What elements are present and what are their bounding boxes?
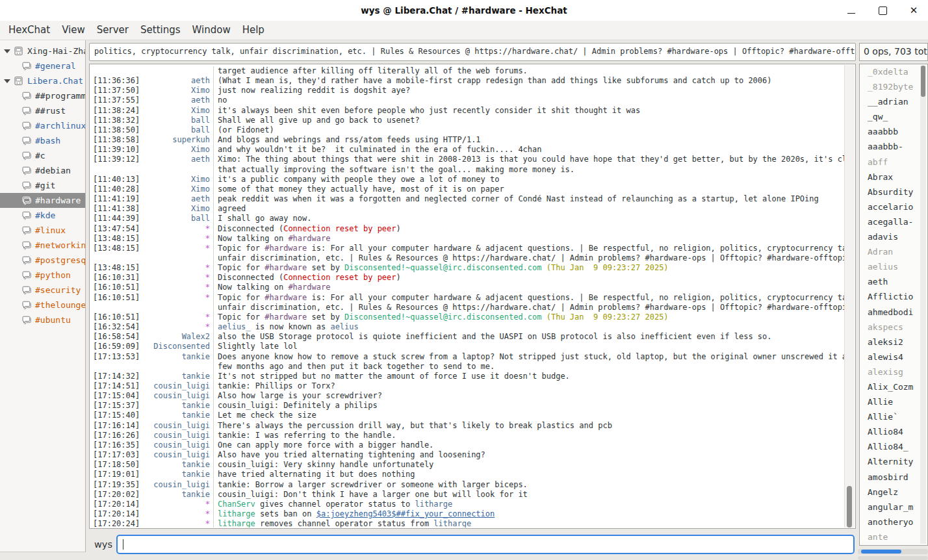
userlist-item-adran[interactable]: Adran bbox=[860, 244, 927, 259]
chat-row: [17:16:14]cousin_luigiThere's always the… bbox=[90, 421, 845, 431]
sidebar-item-libera-chat[interactable]: Libera.Chat bbox=[0, 73, 85, 88]
ban-mask-link[interactable]: $a:joeyzheng5403$##fix_your_connection bbox=[316, 509, 495, 518]
message-segment: it's always been shit even before people… bbox=[218, 106, 640, 115]
userlist-item-abrax[interactable]: Abrax bbox=[860, 170, 927, 185]
userlist-item-aaabbb[interactable]: aaabbb bbox=[860, 124, 927, 139]
menu-view[interactable]: View bbox=[56, 21, 91, 40]
sidebar-item-c[interactable]: #c bbox=[0, 148, 85, 163]
sidebar-item-rust[interactable]: ##rust bbox=[0, 103, 85, 118]
chat-scrollbar-thumb[interactable] bbox=[847, 486, 852, 528]
sidebar-item-ubuntu[interactable]: #ubuntu bbox=[0, 312, 85, 327]
timestamp: [13:48:15] bbox=[90, 244, 142, 253]
sidebar-item-general[interactable]: #general bbox=[0, 58, 85, 73]
sidebar-item-python[interactable]: #python bbox=[0, 268, 85, 283]
userlist-item-8192byte[interactable]: _8192byte bbox=[860, 79, 927, 94]
bottom-scrollbar-track[interactable] bbox=[858, 556, 928, 560]
sidebar-item-linux[interactable]: #linux bbox=[0, 223, 85, 238]
sidebar-item-thelounge[interactable]: #thelounge bbox=[0, 298, 85, 312]
close-button[interactable]: ✕ bbox=[909, 5, 919, 16]
userlist-item-anotheryo[interactable]: anotheryo bbox=[860, 515, 927, 529]
userlist-horizontal-scrollbar[interactable] bbox=[858, 549, 928, 554]
userlist-item-abff[interactable]: abff bbox=[860, 155, 927, 170]
userlist-item-aelius[interactable]: aelius bbox=[860, 259, 927, 274]
sidebar-item-debian[interactable]: #debian bbox=[0, 163, 85, 178]
menu-window[interactable]: Window bbox=[187, 21, 237, 40]
sidebar-item-xing-hai-zhan[interactable]: Xing-Hai-Zhan bbox=[0, 44, 85, 58]
server-message-marker: * bbox=[142, 263, 213, 273]
userlist-item-adavis[interactable]: adavis bbox=[860, 229, 927, 244]
userlist-item-ante[interactable]: ante bbox=[860, 529, 927, 544]
menu-server[interactable]: Server bbox=[91, 21, 135, 40]
expander-icon[interactable] bbox=[4, 79, 10, 83]
timestamp: [16:58:54] bbox=[90, 332, 142, 342]
message-segment: Connection reset by peer bbox=[283, 273, 396, 282]
sidebar-item-git[interactable]: #git bbox=[0, 178, 85, 193]
message-segment: aelius_ bbox=[218, 322, 251, 331]
message-segment: Does anyone know how to remove a stuck s… bbox=[218, 352, 845, 361]
userlist-item-aleksi2[interactable]: aleksi2 bbox=[860, 335, 927, 350]
menu-settings[interactable]: Settings bbox=[135, 21, 187, 40]
sidebar-item-archlinux[interactable]: #archlinux bbox=[0, 118, 85, 133]
menu-help[interactable]: Help bbox=[237, 21, 270, 40]
userlist-item-alix-cozm[interactable]: Alix_Cozm bbox=[860, 379, 927, 394]
userlist-item-afflictio[interactable]: Afflictio bbox=[860, 289, 927, 304]
sidebar-item-networking[interactable]: #networking bbox=[0, 238, 85, 253]
userlist-item-aaabbb[interactable]: aaabbb- bbox=[860, 139, 927, 154]
timestamp: [11:38:50] bbox=[90, 125, 142, 135]
userlist-item-angular-m[interactable]: angular_m bbox=[860, 500, 927, 515]
sidebar-item-programming[interactable]: ##programming bbox=[0, 88, 85, 103]
message-segment: cousin_luigi: Very skinny handle unfortu… bbox=[218, 460, 433, 469]
userlist-item-allie[interactable]: Allie bbox=[860, 394, 927, 409]
maximize-button[interactable] bbox=[877, 5, 888, 16]
message: few months ago and then put it back toge… bbox=[213, 362, 845, 372]
topic-input[interactable]: politics, cryptocurrency talk, unfair di… bbox=[89, 43, 856, 61]
userlist-item-akspecs[interactable]: akspecs bbox=[860, 320, 927, 335]
userlist-item-alewis4[interactable]: alewis4 bbox=[860, 350, 927, 364]
userlist-hscrollbar-thumb[interactable] bbox=[861, 550, 901, 554]
userlist-item-adrian[interactable]: __adrian bbox=[860, 94, 927, 109]
userlist-item-0xdelta[interactable]: _0xdelta bbox=[860, 64, 927, 79]
userlist-item-accelario[interactable]: accelario bbox=[860, 199, 927, 214]
sidebar-item-kde[interactable]: #kde bbox=[0, 208, 85, 223]
userlist-item-allio84[interactable]: Allio84_ bbox=[860, 439, 927, 454]
timestamp: [11:37:55] bbox=[90, 95, 142, 105]
sidebar-item-label: #postgresql bbox=[35, 255, 85, 265]
userlist-item-alternity[interactable]: Alternity bbox=[860, 454, 927, 469]
userlist-item-alexisg[interactable]: alexisg bbox=[860, 364, 927, 379]
own-nick-button[interactable]: wys bbox=[94, 535, 112, 554]
userlist-item-aeth[interactable]: aeth bbox=[860, 274, 927, 289]
nick: tankie bbox=[142, 411, 213, 420]
timestamp: [17:16:14] bbox=[90, 421, 142, 431]
userlist-vertical-scrollbar[interactable] bbox=[920, 66, 926, 544]
chat-vertical-scrollbar[interactable] bbox=[844, 65, 855, 528]
userlist-item-ahmedbodi[interactable]: ahmedbodi bbox=[860, 305, 927, 320]
userlist-item-qw[interactable]: _qw_ bbox=[860, 109, 927, 124]
minimize-button[interactable] bbox=[846, 5, 857, 16]
message-input[interactable] bbox=[116, 535, 855, 554]
timestamp: [13:47:54] bbox=[90, 224, 142, 234]
sidebar-item-security[interactable]: #security bbox=[0, 283, 85, 298]
chat-row: [17:16:35]cousin_luigiOne can apply more… bbox=[90, 440, 845, 450]
message-segment: Let me check the size bbox=[218, 411, 316, 420]
text-caret bbox=[123, 539, 123, 550]
userlist-item-amosbird[interactable]: amosbird bbox=[860, 470, 927, 485]
userlist-item-angelz[interactable]: Angelz bbox=[860, 485, 927, 500]
userlist-item-acegalla[interactable]: acegalla- bbox=[860, 214, 927, 229]
message: There's always the percussion drill way,… bbox=[213, 421, 845, 431]
userlist-item-absurdity[interactable]: Absurdity bbox=[860, 185, 927, 199]
timestamp bbox=[90, 362, 142, 372]
userlist-item-allie[interactable]: Allie` bbox=[860, 409, 927, 424]
sidebar-item-postgresql[interactable]: #postgresql bbox=[0, 253, 85, 268]
sidebar-item-hardware[interactable]: #hardware bbox=[0, 193, 85, 208]
sidebar-item-label: #python bbox=[35, 270, 71, 280]
expander-icon[interactable] bbox=[4, 49, 10, 53]
channel-icon bbox=[21, 256, 31, 265]
userlist-scrollbar-thumb[interactable] bbox=[921, 66, 925, 97]
sidebar-item-bash[interactable]: #bash bbox=[0, 133, 85, 148]
nick: tankie bbox=[142, 460, 213, 470]
message-segment: Disconsented!~quassel@irc.disconsented.c… bbox=[344, 312, 541, 322]
channel-icon bbox=[21, 136, 31, 146]
userlist-item-allio84[interactable]: Allio84 bbox=[860, 424, 927, 439]
message: aelius_ is now known as aelius bbox=[213, 322, 845, 332]
menu-hexchat[interactable]: HexChat bbox=[3, 21, 56, 40]
